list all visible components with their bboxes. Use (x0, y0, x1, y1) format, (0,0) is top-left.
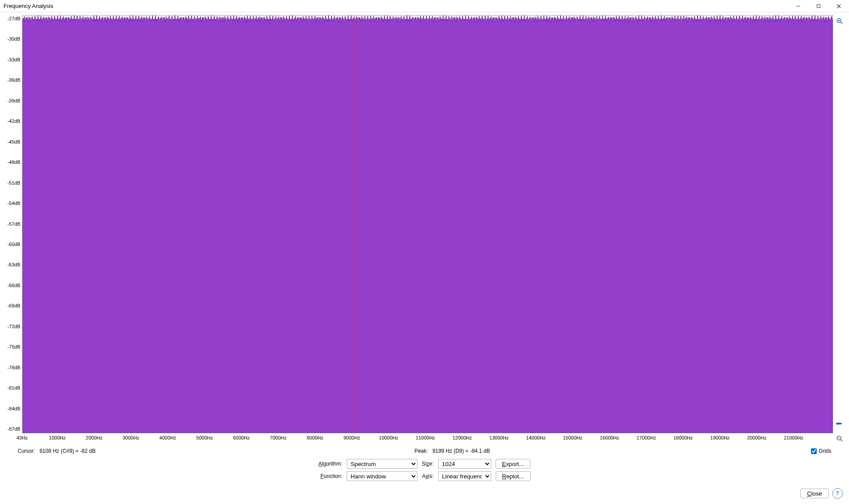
x-tick: 14000Hz (526, 435, 546, 440)
close-button[interactable]: Close (800, 489, 829, 498)
svg-line-5 (841, 22, 842, 24)
size-label: Size: (422, 461, 434, 467)
y-tick: -75dB (8, 344, 20, 349)
function-select[interactable]: Hann window (347, 471, 417, 481)
y-tick: -57dB (8, 221, 20, 227)
y-tick: -66dB (8, 283, 20, 288)
titlebar: Frequency Analysis (0, 0, 849, 12)
window-controls (788, 0, 849, 12)
grids-control[interactable]: Grids (811, 448, 831, 454)
y-tick: -87dB (8, 426, 20, 432)
bottom-row: Close ? (0, 484, 849, 504)
y-tick: -84dB (8, 406, 20, 411)
algorithm-label: AAlgorithm:lgorithm: (318, 461, 342, 467)
peak-value: 9199 Hz (D9) = -84.1 dB (432, 448, 490, 454)
main-area: -27dB-30dB-33dB-36dB-39dB-42dB-45dB-48dB… (0, 12, 849, 445)
size-select[interactable]: 1024 (438, 459, 491, 469)
x-tick: 20000Hz (747, 435, 766, 440)
x-axis: 43Hz1000Hz2000Hz3000Hz4000Hz5000Hz6000Hz… (22, 433, 833, 445)
cursor-line (356, 15, 356, 433)
x-tick: 19000Hz (710, 435, 730, 440)
minimize-icon (796, 4, 800, 8)
y-tick: -48dB (8, 159, 20, 165)
x-tick: 3000Hz (122, 435, 139, 440)
peak-status: Peak: 9199 Hz (D9) = -84.1 dB (414, 448, 811, 454)
y-tick: -81dB (8, 385, 20, 390)
x-tick: 17000Hz (637, 435, 656, 440)
y-tick: -39dB (8, 98, 20, 103)
data-canvas (23, 15, 833, 433)
x-tick: 18000Hz (673, 435, 693, 440)
y-tick: -27dB (8, 16, 20, 21)
peak-label: Peak: (414, 448, 428, 454)
y-tick: -54dB (8, 201, 20, 206)
function-label: Function: (318, 473, 342, 479)
y-tick: -42dB (8, 118, 20, 124)
zoom-in-icon (836, 18, 843, 25)
cursor-status: Cursor: 9108 Hz (C#9) = -82 dB (18, 448, 414, 454)
x-tick: 10000Hz (379, 435, 398, 440)
controls-panel: AAlgorithm:lgorithm: Spectrum Size: 1024… (0, 456, 849, 484)
export-button[interactable]: Export... (496, 459, 531, 469)
x-tick: 5000Hz (196, 435, 213, 440)
x-tick: 1000Hz (49, 435, 66, 440)
svg-rect-1 (817, 4, 820, 8)
x-tick: 12000Hz (452, 435, 472, 440)
x-tick: 21000Hz (784, 435, 803, 440)
minimize-button[interactable] (788, 0, 808, 12)
y-tick: -78dB (8, 365, 20, 370)
spectrum-chart[interactable] (22, 15, 833, 433)
x-tick: 11000Hz (416, 435, 435, 440)
window-title: Frequency Analysis (4, 3, 53, 9)
plot-area: -27dB-30dB-33dB-36dB-39dB-42dB-45dB-48dB… (3, 15, 833, 445)
x-tick: 2000Hz (86, 435, 102, 440)
y-tick: -60dB (8, 242, 20, 247)
x-tick: 15000Hz (563, 435, 582, 440)
zoom-out-icon (836, 435, 843, 442)
svg-line-9 (841, 440, 842, 441)
axis-label: Axis: (422, 473, 434, 479)
x-tick: 16000Hz (600, 435, 619, 440)
x-tick: 6000Hz (233, 435, 250, 440)
x-tick: 4000Hz (159, 435, 176, 440)
grids-checkbox[interactable] (811, 448, 817, 454)
x-tick: 9000Hz (343, 435, 360, 440)
replot-button[interactable]: Replot... (496, 471, 531, 481)
maximize-icon (816, 4, 821, 8)
zoom-in-button[interactable] (835, 17, 844, 26)
x-tick: 7000Hz (270, 435, 287, 440)
y-tick: -63dB (8, 262, 20, 267)
cursor-label: Cursor: (18, 448, 35, 454)
y-tick: -36dB (8, 77, 20, 83)
x-tick: 8000Hz (307, 435, 323, 440)
y-tick: -33dB (8, 57, 20, 62)
zoom-out-button[interactable] (835, 434, 844, 443)
status-row: Cursor: 9108 Hz (C#9) = -82 dB Peak: 919… (0, 445, 849, 456)
window-root: Frequency Analysis -27dB-30dB-33dB-36dB-… (0, 0, 849, 504)
close-icon (837, 4, 841, 8)
help-button[interactable]: ? (832, 488, 843, 499)
y-tick: -72dB (8, 324, 20, 329)
axis-select[interactable]: Linear frequency (438, 471, 491, 481)
pin-icon (835, 420, 842, 427)
grids-label: Grids (819, 448, 831, 454)
close-window-button[interactable] (829, 0, 849, 12)
pin-button[interactable] (835, 420, 844, 429)
help-icon: ? (836, 490, 839, 496)
maximize-button[interactable] (808, 0, 829, 12)
cursor-value: 9108 Hz (C#9) = -82 dB (39, 448, 95, 454)
zoom-column (833, 15, 846, 445)
y-tick: -30dB (8, 36, 20, 42)
y-axis: -27dB-30dB-33dB-36dB-39dB-42dB-45dB-48dB… (3, 15, 22, 433)
y-tick: -51dB (8, 180, 20, 186)
y-tick: -69dB (8, 303, 20, 308)
x-tick: 43Hz (16, 435, 28, 440)
plot-wrap: -27dB-30dB-33dB-36dB-39dB-42dB-45dB-48dB… (3, 15, 833, 445)
y-tick: -45dB (8, 139, 20, 144)
algorithm-select[interactable]: Spectrum (347, 459, 417, 469)
x-tick: 13000Hz (489, 435, 509, 440)
